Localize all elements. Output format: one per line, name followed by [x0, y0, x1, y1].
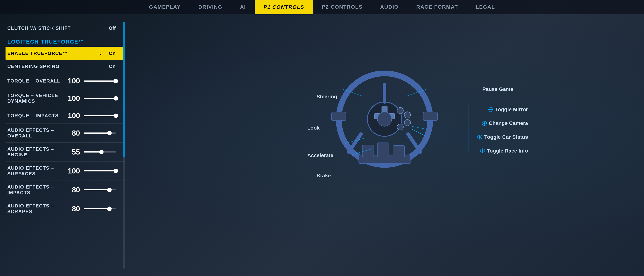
svg-point-31: [484, 122, 485, 124]
logitech-section-header: LOGITECH TRUEFORCE™: [6, 35, 125, 47]
right-separator-line: [468, 105, 469, 153]
svg-point-41: [480, 138, 480, 139]
torque-vehicle-label: TORQUE – VEHICLE DYNAMICS: [7, 93, 64, 104]
svg-point-45: [484, 151, 484, 151]
audio-engine-row[interactable]: AUDIO EFFECTS – ENGINE 55: [6, 143, 125, 162]
slider-track[interactable]: [84, 170, 116, 171]
slider-track[interactable]: [84, 80, 116, 82]
enable-trueforce-value: On: [105, 50, 120, 56]
centering-spring-value: On: [105, 64, 120, 69]
section-title: LOGITECH TRUEFORCE™: [7, 38, 84, 45]
slider-thumb[interactable]: [114, 169, 118, 173]
tab-legal[interactable]: LEGAL: [467, 0, 504, 14]
svg-point-44: [481, 151, 482, 151]
slider-fill: [84, 115, 116, 116]
slider-thumb[interactable]: [107, 188, 112, 192]
svg-point-33: [486, 123, 486, 124]
svg-rect-6: [423, 112, 438, 121]
slider-fill: [84, 189, 110, 190]
torque-overall-slider[interactable]: 100: [64, 77, 120, 85]
nav-bar: GAMEPLAY DRIVING AI P1 CONTROLS P2 CONTR…: [0, 0, 644, 14]
svg-point-8: [404, 112, 410, 118]
torque-impacts-row[interactable]: TORQUE – IMPACTS 100: [6, 108, 125, 124]
torque-overall-label: TORQUE – OVERALL: [7, 78, 64, 84]
audio-overall-row[interactable]: AUDIO EFFECTS – OVERALL 80: [6, 124, 125, 143]
svg-point-28: [490, 108, 491, 108]
tab-audio[interactable]: AUDIO: [372, 0, 408, 14]
pause-game-label: Pause Game: [482, 86, 513, 92]
svg-line-22: [412, 126, 426, 129]
svg-point-29: [490, 111, 491, 111]
scroll-indicator[interactable]: [123, 22, 125, 269]
clutch-label: CLUTCH W/ STICK SHIFT: [7, 25, 105, 31]
enable-trueforce-label: ENABLE TRUEFORCE™: [7, 50, 100, 56]
svg-point-39: [481, 137, 482, 137]
toggle-mirror-label: Toggle Mirror: [488, 107, 528, 112]
audio-engine-slider[interactable]: 55: [64, 148, 120, 156]
svg-point-26: [489, 109, 490, 110]
slider-track[interactable]: [84, 151, 116, 153]
enable-trueforce-row[interactable]: ENABLE TRUEFORCE™ ‹ On: [6, 47, 125, 60]
audio-impacts-slider[interactable]: 80: [64, 186, 120, 194]
slider-thumb[interactable]: [99, 150, 104, 154]
slider-track[interactable]: [84, 132, 116, 134]
toggle-race-info-icon: [480, 148, 485, 153]
accelerate-label: Accelerate: [307, 153, 334, 158]
slider-fill: [84, 98, 116, 99]
change-camera-label: Change Camera: [482, 120, 528, 126]
slider-track[interactable]: [84, 98, 116, 99]
toggle-mirror-icon: [488, 107, 494, 112]
svg-point-27: [492, 109, 493, 110]
torque-vehicle-value: 100: [64, 94, 80, 103]
main-content: CLUTCH W/ STICK SHIFT Off LOGITECH TRUEF…: [0, 14, 644, 276]
slider-thumb[interactable]: [107, 207, 112, 211]
audio-impacts-row[interactable]: AUDIO EFFECTS – IMPACTS 80: [6, 180, 125, 199]
toggle-car-status-label: Toggle Car Status: [477, 134, 528, 140]
audio-surfaces-value: 100: [64, 167, 80, 175]
tab-race-format[interactable]: RACE FORMAT: [408, 0, 467, 14]
tab-ai[interactable]: AI: [231, 0, 255, 14]
torque-overall-row[interactable]: TORQUE – OVERALL 100: [6, 73, 125, 89]
centering-spring-row[interactable]: CENTERING SPRING On: [6, 60, 125, 73]
slider-track[interactable]: [84, 189, 116, 190]
change-camera-icon: [482, 121, 487, 126]
clutch-row[interactable]: CLUTCH W/ STICK SHIFT Off: [6, 22, 125, 35]
steering-label: Steering: [316, 94, 337, 100]
tab-gameplay[interactable]: GAMEPLAY: [140, 0, 190, 14]
scroll-thumb[interactable]: [123, 22, 125, 157]
svg-point-47: [482, 152, 483, 153]
clutch-value: Off: [105, 25, 120, 31]
svg-point-34: [484, 121, 485, 122]
torque-impacts-label: TORQUE – IMPACTS: [7, 113, 64, 119]
torque-impacts-slider[interactable]: 100: [64, 112, 120, 120]
svg-point-9: [404, 120, 410, 126]
torque-vehicle-row[interactable]: TORQUE – VEHICLE DYNAMICS 100: [6, 89, 125, 108]
brake-label: Brake: [316, 173, 331, 179]
tab-driving[interactable]: DRIVING: [190, 0, 231, 14]
svg-point-25: [490, 109, 492, 110]
slider-track[interactable]: [84, 208, 116, 209]
audio-surfaces-row[interactable]: AUDIO EFFECTS – SURFACES 100: [6, 162, 125, 180]
audio-overall-slider[interactable]: 80: [64, 129, 120, 137]
svg-line-23: [412, 129, 426, 136]
audio-overall-value: 80: [64, 129, 80, 137]
tab-p1-controls[interactable]: P1 CONTROLS: [255, 0, 313, 14]
audio-scrapes-slider[interactable]: 80: [64, 205, 120, 213]
slider-thumb[interactable]: [114, 114, 118, 118]
torque-impacts-value: 100: [64, 112, 80, 120]
audio-scrapes-row[interactable]: AUDIO EFFECTS – SCRAPES 80: [6, 199, 125, 218]
toggle-race-info-label: Toggle Race Info: [480, 148, 528, 154]
audio-scrapes-value: 80: [64, 205, 80, 213]
slider-thumb[interactable]: [107, 131, 112, 135]
torque-overall-value: 100: [64, 77, 80, 85]
tab-p2-controls[interactable]: P2 CONTROLS: [313, 0, 371, 14]
svg-point-38: [478, 137, 479, 137]
svg-point-40: [480, 135, 480, 136]
svg-point-46: [482, 149, 483, 150]
slider-thumb[interactable]: [114, 79, 118, 83]
slider-thumb[interactable]: [114, 96, 118, 100]
torque-vehicle-slider[interactable]: 100: [64, 94, 120, 103]
slider-track[interactable]: [84, 115, 116, 116]
audio-surfaces-slider[interactable]: 100: [64, 167, 120, 175]
left-panel: CLUTCH W/ STICK SHIFT Off LOGITECH TRUEF…: [0, 14, 125, 276]
